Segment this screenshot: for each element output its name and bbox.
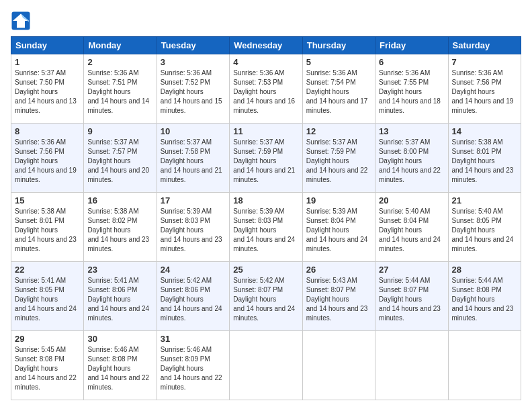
calendar-cell: 13 Sunrise: 5:37 AMSunset: 8:00 PMDaylig… [375,124,448,193]
day-info: Sunrise: 5:44 AMSunset: 8:08 PMDaylight … [452,276,517,323]
calendar-cell: 30 Sunrise: 5:46 AMSunset: 8:08 PMDaylig… [84,331,157,400]
day-number: 3 [161,57,226,67]
calendar-week: 1 Sunrise: 5:37 AMSunset: 7:50 PMDayligh… [11,54,521,124]
calendar-cell [302,331,375,400]
calendar-cell: 21 Sunrise: 5:40 AMSunset: 8:05 PMDaylig… [448,193,521,262]
calendar-cell: 19 Sunrise: 5:39 AMSunset: 8:04 PMDaylig… [302,193,375,262]
weekday-header: Friday [375,37,448,54]
weekday-header: Wednesday [230,37,302,54]
calendar-cell: 1 Sunrise: 5:37 AMSunset: 7:50 PMDayligh… [11,54,84,124]
day-number: 13 [379,126,444,136]
day-number: 17 [161,195,226,205]
calendar: SundayMondayTuesdayWednesdayThursdayFrid… [11,36,521,400]
day-number: 29 [15,334,80,344]
weekday-row: SundayMondayTuesdayWednesdayThursdayFrid… [11,37,521,54]
day-number: 16 [87,195,152,205]
day-number: 10 [161,126,226,136]
day-info: Sunrise: 5:36 AMSunset: 7:53 PMDaylight … [233,68,298,116]
day-info: Sunrise: 5:37 AMSunset: 7:57 PMDaylight … [87,138,152,185]
day-number: 26 [306,265,371,275]
weekday-header: Monday [84,37,157,54]
calendar-cell: 22 Sunrise: 5:41 AMSunset: 8:05 PMDaylig… [11,262,84,331]
day-info: Sunrise: 5:42 AMSunset: 8:06 PMDaylight … [161,276,226,323]
calendar-week: 22 Sunrise: 5:41 AMSunset: 8:05 PMDaylig… [11,262,521,331]
calendar-week: 29 Sunrise: 5:45 AMSunset: 8:08 PMDaylig… [11,331,521,400]
calendar-cell: 29 Sunrise: 5:45 AMSunset: 8:08 PMDaylig… [11,331,84,400]
calendar-cell: 15 Sunrise: 5:38 AMSunset: 8:01 PMDaylig… [11,193,84,262]
day-number: 25 [233,265,298,275]
page: SundayMondayTuesdayWednesdayThursdayFrid… [0,0,532,411]
day-info: Sunrise: 5:41 AMSunset: 8:05 PMDaylight … [15,276,80,323]
logo-icon [11,11,31,31]
day-number: 9 [87,126,152,136]
calendar-week: 8 Sunrise: 5:36 AMSunset: 7:56 PMDayligh… [11,124,521,193]
day-info: Sunrise: 5:38 AMSunset: 8:01 PMDaylight … [15,207,80,254]
day-number: 7 [452,57,517,67]
day-info: Sunrise: 5:38 AMSunset: 8:01 PMDaylight … [452,138,517,185]
calendar-cell: 20 Sunrise: 5:40 AMSunset: 8:04 PMDaylig… [375,193,448,262]
calendar-cell: 4 Sunrise: 5:36 AMSunset: 7:53 PMDayligh… [230,54,302,124]
day-info: Sunrise: 5:36 AMSunset: 7:56 PMDaylight … [15,138,80,185]
day-number: 22 [15,265,80,275]
calendar-cell [230,331,302,400]
calendar-week: 15 Sunrise: 5:38 AMSunset: 8:01 PMDaylig… [11,193,521,262]
weekday-header: Saturday [448,37,521,54]
calendar-cell: 27 Sunrise: 5:44 AMSunset: 8:07 PMDaylig… [375,262,448,331]
calendar-cell: 25 Sunrise: 5:42 AMSunset: 8:07 PMDaylig… [230,262,302,331]
weekday-header: Sunday [11,37,84,54]
day-info: Sunrise: 5:37 AMSunset: 7:58 PMDaylight … [161,138,226,185]
calendar-cell [448,331,521,400]
day-info: Sunrise: 5:37 AMSunset: 8:00 PMDaylight … [379,138,444,185]
day-info: Sunrise: 5:46 AMSunset: 8:09 PMDaylight … [161,345,226,392]
calendar-cell: 31 Sunrise: 5:46 AMSunset: 8:09 PMDaylig… [157,331,229,400]
day-number: 5 [306,57,371,67]
day-info: Sunrise: 5:36 AMSunset: 7:56 PMDaylight … [452,68,517,116]
day-info: Sunrise: 5:39 AMSunset: 8:03 PMDaylight … [233,207,298,254]
day-info: Sunrise: 5:39 AMSunset: 8:03 PMDaylight … [161,207,226,254]
day-number: 4 [233,57,298,67]
calendar-cell: 8 Sunrise: 5:36 AMSunset: 7:56 PMDayligh… [11,124,84,193]
day-number: 24 [161,265,226,275]
day-info: Sunrise: 5:41 AMSunset: 8:06 PMDaylight … [87,276,152,323]
calendar-cell: 6 Sunrise: 5:36 AMSunset: 7:55 PMDayligh… [375,54,448,124]
calendar-body: 1 Sunrise: 5:37 AMSunset: 7:50 PMDayligh… [11,54,521,400]
day-info: Sunrise: 5:39 AMSunset: 8:04 PMDaylight … [306,207,371,254]
day-number: 27 [379,265,444,275]
day-info: Sunrise: 5:36 AMSunset: 7:55 PMDaylight … [379,68,444,116]
day-number: 21 [452,195,517,205]
day-info: Sunrise: 5:37 AMSunset: 7:59 PMDaylight … [306,138,371,185]
calendar-cell: 5 Sunrise: 5:36 AMSunset: 7:54 PMDayligh… [302,54,375,124]
day-info: Sunrise: 5:37 AMSunset: 7:50 PMDaylight … [15,68,80,116]
calendar-cell [375,331,448,400]
calendar-cell: 17 Sunrise: 5:39 AMSunset: 8:03 PMDaylig… [157,193,229,262]
day-number: 12 [306,126,371,136]
day-number: 15 [15,195,80,205]
calendar-cell: 7 Sunrise: 5:36 AMSunset: 7:56 PMDayligh… [448,54,521,124]
weekday-header: Tuesday [157,37,229,54]
day-info: Sunrise: 5:36 AMSunset: 7:54 PMDaylight … [306,68,371,116]
calendar-cell: 14 Sunrise: 5:38 AMSunset: 8:01 PMDaylig… [448,124,521,193]
header [11,11,521,31]
logo [11,11,34,31]
calendar-cell: 9 Sunrise: 5:37 AMSunset: 7:57 PMDayligh… [84,124,157,193]
weekday-header: Thursday [302,37,375,54]
day-number: 28 [452,265,517,275]
day-number: 11 [233,126,298,136]
day-info: Sunrise: 5:45 AMSunset: 8:08 PMDaylight … [15,345,80,392]
calendar-cell: 24 Sunrise: 5:42 AMSunset: 8:06 PMDaylig… [157,262,229,331]
calendar-cell: 16 Sunrise: 5:38 AMSunset: 8:02 PMDaylig… [84,193,157,262]
calendar-cell: 11 Sunrise: 5:37 AMSunset: 7:59 PMDaylig… [230,124,302,193]
calendar-cell: 2 Sunrise: 5:36 AMSunset: 7:51 PMDayligh… [84,54,157,124]
day-info: Sunrise: 5:36 AMSunset: 7:52 PMDaylight … [161,68,226,116]
day-number: 1 [15,57,80,67]
day-info: Sunrise: 5:43 AMSunset: 8:07 PMDaylight … [306,276,371,323]
day-number: 8 [15,126,80,136]
day-number: 2 [87,57,152,67]
calendar-cell: 10 Sunrise: 5:37 AMSunset: 7:58 PMDaylig… [157,124,229,193]
day-info: Sunrise: 5:40 AMSunset: 8:04 PMDaylight … [379,207,444,254]
day-number: 23 [87,265,152,275]
calendar-header: SundayMondayTuesdayWednesdayThursdayFrid… [11,37,521,54]
day-number: 18 [233,195,298,205]
day-info: Sunrise: 5:46 AMSunset: 8:08 PMDaylight … [87,345,152,392]
day-info: Sunrise: 5:38 AMSunset: 8:02 PMDaylight … [87,207,152,254]
